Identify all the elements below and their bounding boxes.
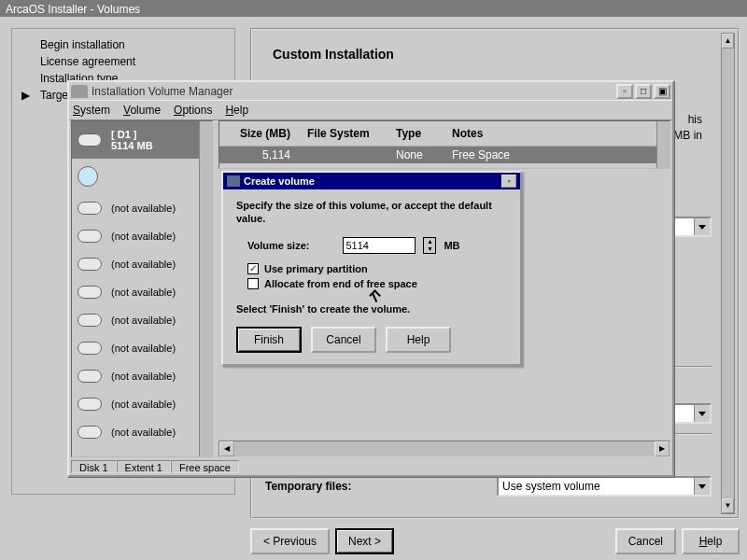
volume-size-unit: MB [444,240,459,251]
status-extent: Extent 1 [117,460,171,473]
nav-item[interactable]: Begin installation [20,36,227,53]
create-volume-dialog: Create volume ▫ Specify the size of this… [221,171,522,366]
checkbox-icon [247,278,259,289]
status-disk: Disk 1 [71,460,117,473]
main-scrollbar[interactable]: ▲ ▼ [721,33,735,514]
minimize-icon[interactable]: ▫ [616,84,633,99]
checkbox-checked-icon: ✓ [247,263,259,274]
cell-notes: Free Space [452,148,666,161]
next-button[interactable]: Next > [335,528,394,554]
disk-item[interactable]: (not available) [72,418,212,446]
primary-partition-checkbox[interactable]: ✓ Use primary partition [247,263,507,274]
volume-size-input[interactable] [343,237,416,254]
dialog-icon [227,175,240,187]
disk-icon [78,314,102,327]
menu-volume[interactable]: Volume [123,104,161,117]
cancel-button[interactable]: Cancel [311,327,376,353]
ivm-statusbar: Disk 1 Extent 1 Free space [71,458,670,475]
installer-button-bar: < Previous Next > Cancel Help [250,528,740,554]
globe-icon [78,166,98,187]
finish-button[interactable]: Finish [236,327,302,353]
menu-help[interactable]: Help [225,104,248,117]
create-volume-titlebar[interactable]: Create volume ▫ [223,173,520,189]
volume-size-label: Volume size: [247,240,309,251]
disk-item[interactable]: (not available) [72,362,212,390]
ivm-title-text: Installation Volume Manager [92,85,614,98]
ivm-horizontal-scrollbar[interactable]: ◀ ▶ [218,441,670,457]
close-icon[interactable]: ▣ [654,84,670,99]
disk-icon [78,286,102,299]
disk-item[interactable] [72,159,212,194]
disk-item[interactable]: (not available) [72,390,212,418]
volume-row[interactable]: 5,114 None Free Space [219,147,669,163]
disk-item[interactable]: (not available) [72,250,212,278]
spin-down-icon[interactable]: ▼ [424,245,435,253]
scroll-left-icon[interactable]: ◀ [219,441,234,456]
cell-size: 5,114 [223,148,307,161]
disk-icon [78,426,102,439]
primary-partition-label: Use primary partition [264,263,368,274]
previous-button[interactable]: < Previous [250,528,330,554]
help-button[interactable]: Help [386,327,451,353]
cell-type: None [396,148,452,161]
cell-fs [307,148,396,161]
menu-system[interactable]: System [73,104,110,117]
col-fs[interactable]: File System [307,127,396,140]
installer-titlebar: ArcaOS Installer - Volumes [0,0,747,19]
disk-list: [ D1 ]5114 MB (not available) (not avail… [71,120,213,457]
maximize-icon[interactable]: □ [635,84,652,99]
allocate-end-checkbox[interactable]: Allocate from end of free space [247,278,507,289]
scroll-right-icon[interactable]: ▶ [655,441,669,456]
menu-options[interactable]: Options [174,104,212,117]
ivm-titlebar[interactable]: Installation Volume Manager ▫ □ ▣ [69,82,672,100]
volume-table-header: Size (MB) File System Type Notes [219,121,669,147]
volume-size-spinner[interactable]: ▲▼ [423,237,436,254]
status-region: Free space [171,460,239,473]
volume-table: Size (MB) File System Type Notes 5,114 N… [218,120,670,169]
disk-item[interactable]: (not available) [72,334,212,362]
volume-scrollbar[interactable] [656,121,669,168]
spin-up-icon[interactable]: ▲ [424,238,435,245]
disk-icon [78,133,102,147]
temp-files-label: Temporary files: [265,480,351,493]
disk-icon [78,230,102,243]
create-volume-instructions: Specify the size of this volume, or acce… [236,199,507,226]
disk-icon [78,370,102,383]
temp-files-combo[interactable]: Use system volume [497,476,712,497]
ivm-app-icon [71,85,88,98]
nav-item[interactable]: License agreement [20,53,227,70]
disk-icon [78,202,102,215]
disk-item[interactable]: (not available) [72,222,212,250]
disk-label: [ D1 ]5114 MB [111,129,153,151]
disk-icon [78,398,102,411]
disk-item-selected[interactable]: [ D1 ]5114 MB [72,121,212,159]
disk-item[interactable]: (not available) [72,278,212,306]
help-button[interactable]: Help [682,528,740,554]
ivm-menubar: System Volume Options Help [69,100,672,120]
col-notes[interactable]: Notes [452,127,666,140]
allocate-end-label: Allocate from end of free space [264,278,417,289]
disk-icon [78,258,102,271]
disk-item[interactable]: (not available) [72,194,212,222]
scroll-up-icon[interactable]: ▲ [722,34,734,49]
col-type[interactable]: Type [396,127,452,140]
dialog-close-icon[interactable]: ▫ [501,175,516,188]
disk-item[interactable]: (not available) [72,306,212,334]
cancel-button[interactable]: Cancel [615,528,676,554]
col-size[interactable]: Size (MB) [223,127,307,140]
create-volume-hint: Select 'Finish' to create the volume. [236,302,507,315]
disk-list-scrollbar[interactable] [199,121,212,456]
scroll-down-icon[interactable]: ▼ [722,498,734,513]
disk-icon [78,342,102,355]
create-volume-title: Create volume [244,175,500,187]
main-title: Custom Installation [269,41,725,75]
